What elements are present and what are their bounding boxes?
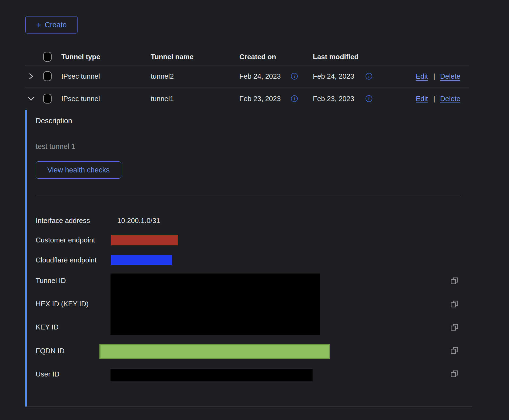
tunnel-id-label: Tunnel ID [36, 276, 66, 285]
hex-id-label: HEX ID (KEY ID) [36, 300, 89, 308]
table-row: IPsec tunnel tunnel2 Feb 24, 2023 i Feb … [0, 65, 509, 88]
row-checkbox[interactable] [43, 94, 52, 104]
last-modified-cell: Feb 23, 2023 [313, 95, 354, 103]
info-icon[interactable]: i [366, 73, 372, 80]
fqdn-id-redaction [99, 344, 330, 359]
edit-link[interactable]: Edit [416, 72, 428, 81]
column-header-tunnel-name: Tunnel name [151, 53, 193, 61]
view-health-checks-button[interactable]: View health checks [36, 161, 121, 179]
view-health-checks-label: View health checks [47, 166, 110, 174]
info-icon[interactable]: i [291, 95, 298, 102]
copy-icon[interactable] [450, 300, 459, 309]
edit-link[interactable]: Edit [416, 95, 428, 103]
copy-icon[interactable] [450, 277, 459, 285]
column-header-tunnel-type: Tunnel type [61, 53, 100, 61]
create-button-label: Create [45, 21, 67, 29]
key-id-label: KEY ID [36, 323, 59, 331]
created-on-cell: Feb 24, 2023 [239, 72, 281, 81]
interface-address-value: 10.200.1.0/31 [117, 216, 160, 225]
table-row: IPsec tunnel tunnel1 Feb 23, 2023 i Feb … [0, 88, 509, 110]
user-id-redaction [110, 369, 313, 381]
column-header-created-on: Created on [239, 53, 276, 61]
action-separator: | [433, 95, 435, 103]
info-icon[interactable]: i [366, 95, 372, 102]
ids-redaction-block [110, 274, 320, 335]
tunnels-page: + Create Tunnel type Tunnel name Created… [0, 0, 509, 420]
column-header-last-modified: Last modified [313, 53, 359, 61]
interface-address-label: Interface address [36, 216, 90, 225]
plus-icon: + [36, 21, 41, 29]
tunnel-name-cell: tunnel2 [151, 72, 174, 81]
table-header: Tunnel type Tunnel name Created on Last … [0, 49, 509, 65]
tunnel-type-cell: IPsec tunnel [61, 72, 100, 81]
description-label: Description [36, 117, 72, 125]
delete-link[interactable]: Delete [440, 72, 460, 81]
detail-divider [36, 196, 461, 196]
cloudflare-endpoint-label: Cloudflare endpoint [36, 256, 97, 264]
copy-icon[interactable] [450, 370, 459, 378]
cloudflare-endpoint-redaction [111, 255, 172, 265]
customer-endpoint-redaction [111, 235, 178, 245]
copy-icon[interactable] [450, 323, 459, 332]
chevron-down-icon[interactable] [28, 95, 35, 102]
action-separator: | [433, 72, 435, 81]
tunnel-name-cell: tunnel1 [151, 95, 174, 103]
create-button[interactable]: + Create [25, 16, 78, 34]
row-checkbox[interactable] [43, 71, 52, 81]
select-all-checkbox[interactable] [43, 52, 52, 62]
created-on-cell: Feb 23, 2023 [239, 95, 281, 103]
chevron-right-icon[interactable] [28, 73, 35, 80]
description-value: test tunnel 1 [36, 142, 75, 151]
customer-endpoint-label: Customer endpoint [36, 236, 95, 244]
user-id-label: User ID [36, 370, 59, 378]
delete-link[interactable]: Delete [440, 95, 460, 103]
info-icon[interactable]: i [291, 73, 298, 80]
last-modified-cell: Feb 24, 2023 [313, 72, 354, 81]
tunnel-type-cell: IPsec tunnel [61, 95, 100, 103]
fqdn-id-label: FQDN ID [36, 347, 65, 355]
panel-bottom-divider [25, 406, 472, 407]
expanded-panel-accent-bar [25, 110, 27, 407]
copy-icon[interactable] [450, 346, 459, 355]
